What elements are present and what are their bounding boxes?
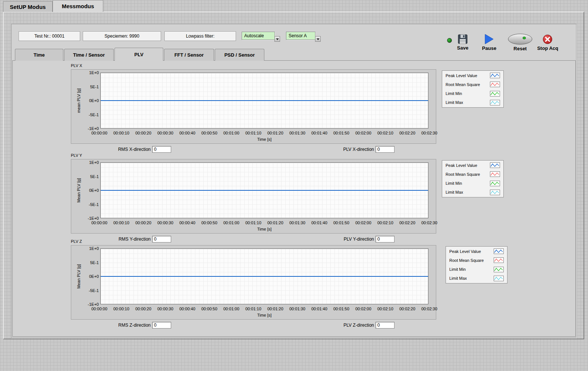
x-tick-label: 00:00:10 — [113, 221, 129, 225]
legend-line-sample[interactable] — [490, 73, 500, 78]
sensor-dropdown[interactable]: Sensor A — [286, 32, 321, 42]
chevron-down-icon[interactable] — [274, 36, 280, 42]
x-tick-label: 00:01:40 — [311, 221, 327, 225]
readout-row: RMS X-direction 0 PLV X-direction 0 — [12, 146, 576, 153]
series-line-icon — [494, 267, 503, 272]
legend-label: Limit Min — [446, 181, 462, 186]
y-axis-label: Mean PLV [g] — [76, 264, 81, 289]
legend-line-sample[interactable] — [494, 248, 504, 254]
pause-button[interactable] — [484, 34, 494, 45]
autoscale-dropdown[interactable]: Autoscale — [242, 32, 280, 42]
legend-label: Peak Level Value — [446, 73, 477, 78]
x-axis-ticks: 00:00:0000:00:1000:00:2000:00:3000:00:40… — [91, 221, 437, 225]
plv-readout-label: PLV X-direction — [310, 147, 374, 152]
y-tick-label: 0E+0 — [89, 188, 99, 193]
x-tick-label: 00:01:20 — [267, 221, 283, 225]
plv-readout-value: 0 — [375, 146, 394, 153]
y-axis: Mean PLV [g] — [76, 162, 82, 218]
legend-line-sample[interactable] — [490, 91, 500, 96]
save-button[interactable] — [457, 34, 468, 44]
x-tick-label: 00:01:50 — [333, 307, 349, 311]
legend-row: Peak Level Value — [449, 248, 504, 254]
rms-readout-value: 0 — [152, 146, 171, 153]
legend-label: Peak Level Value — [446, 163, 477, 168]
x-tick-label: 00:02:10 — [377, 131, 393, 135]
front-panel: SetUP Modus Messmodus Test Nr.: 00001 Sp… — [0, 0, 588, 371]
reset-label: Reset — [510, 46, 530, 51]
plv-readout-label: PLV Z-direction — [310, 323, 374, 328]
x-tick-label: 00:00:50 — [201, 307, 217, 311]
x-tick-label: 00:01:10 — [245, 307, 261, 311]
x-tick-label: 00:01:20 — [267, 131, 283, 135]
x-tick-label: 00:00:40 — [179, 131, 195, 135]
reset-button[interactable] — [507, 33, 533, 45]
chart-title: PLV Z — [71, 239, 82, 244]
autoscale-value[interactable]: Autoscale — [242, 32, 275, 40]
series-line-icon — [490, 91, 500, 96]
tab-time-sensor[interactable]: Time / Sensor — [64, 49, 114, 61]
x-tick-label: 00:02:30 — [421, 221, 437, 225]
series-line-icon — [490, 172, 500, 177]
tab-plv[interactable]: PLV — [114, 48, 163, 61]
x-tick-label: 00:02:30 — [421, 307, 437, 311]
y-tick-label: 1E+0 — [89, 246, 99, 251]
tab-psd-sensor[interactable]: PSD / Sensor — [215, 49, 264, 61]
x-tick-label: 00:00:50 — [201, 131, 217, 135]
legend-line-sample[interactable] — [490, 181, 500, 186]
test-nr-field: Test Nr.: 00001 — [19, 31, 80, 41]
y-tick-label: 0E+0 — [89, 98, 99, 103]
legend-row: Limit Min — [449, 267, 504, 272]
tab-time[interactable]: Time — [15, 49, 63, 61]
tab-fft-sensor[interactable]: FFT / Sensor — [164, 49, 214, 61]
plot-area — [100, 73, 428, 129]
series-plot — [101, 163, 428, 218]
x-tick-label: 00:01:10 — [245, 221, 261, 225]
legend-line-sample[interactable] — [490, 162, 500, 168]
x-tick-label: 00:01:00 — [223, 307, 239, 311]
floppy-disk-icon — [457, 34, 468, 44]
x-tick-label: 00:00:40 — [179, 307, 195, 311]
chart-title: PLV Y — [71, 153, 82, 158]
pause-icon — [484, 34, 494, 45]
x-tick-label: 00:01:50 — [333, 131, 349, 135]
x-tick-label: 00:00:40 — [179, 221, 195, 225]
legend-line-sample[interactable] — [490, 171, 500, 177]
legend-row: Peak Level Value — [446, 73, 500, 78]
pause-label: Pause — [479, 45, 499, 51]
legend-line-sample[interactable] — [494, 276, 504, 281]
y-tick-label: 1E+0 — [89, 70, 99, 75]
legend-line-sample[interactable] — [494, 257, 504, 263]
sensor-value[interactable]: Sensor A — [286, 32, 315, 40]
series-plot — [101, 249, 428, 304]
tab-messmodus[interactable]: Messmodus — [53, 0, 103, 12]
x-tick-label: 00:01:30 — [289, 131, 305, 135]
legend-row: Limit Min — [446, 181, 500, 186]
x-tick-label: 00:01:10 — [245, 131, 261, 135]
y-tick-label: 5E-1 — [90, 260, 99, 265]
save-label: Save — [452, 45, 473, 51]
stop-acq-button[interactable] — [543, 34, 553, 44]
plv-y-section: PLV Y Mean PLV [g] 1E+05E-10E+0-5E-1-1E+… — [12, 153, 576, 242]
x-tick-label: 00:02:00 — [355, 221, 371, 225]
legend-row: Limit Max — [446, 100, 500, 105]
tab-setup-modus[interactable]: SetUP Modus — [3, 1, 53, 12]
plv-z-graph: Mean PLV [g] 1E+05E-10E+0-5E-1-1E+0 00:0… — [71, 245, 436, 320]
legend-line-sample[interactable] — [490, 100, 500, 105]
legend-label: Root Mean Square — [446, 172, 480, 177]
y-tick-label: -1E+0 — [88, 216, 99, 221]
legend-label: Root Mean Square — [449, 258, 484, 263]
rms-readout-label: RMS Z-direction — [87, 323, 151, 328]
legend-line-sample[interactable] — [490, 190, 500, 195]
y-tick-label: 5E-1 — [90, 174, 99, 179]
x-tick-label: 00:02:30 — [421, 131, 437, 135]
series-line-icon — [490, 181, 500, 186]
legend-line-sample[interactable] — [494, 267, 504, 272]
x-tick-label: 00:02:10 — [377, 221, 393, 225]
x-tick-label: 00:00:10 — [113, 131, 129, 135]
y-axis: mean PLV [g] — [76, 73, 82, 129]
series-line-icon — [494, 249, 503, 254]
plv-z-section: PLV Z Mean PLV [g] 1E+05E-10E+0-5E-1-1E+… — [12, 239, 576, 329]
legend-line-sample[interactable] — [490, 82, 500, 87]
chevron-down-icon[interactable] — [315, 36, 321, 42]
x-tick-label: 00:00:50 — [201, 221, 217, 225]
